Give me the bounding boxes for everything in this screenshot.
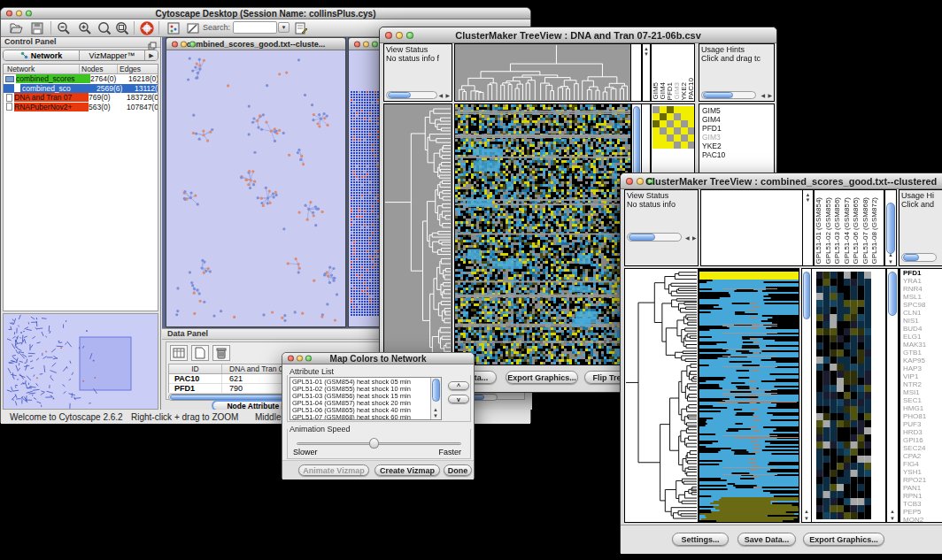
minimize-button[interactable]	[637, 178, 644, 185]
network-overview-canvas[interactable]	[4, 314, 158, 409]
minimize-button[interactable]	[297, 356, 303, 362]
network-canvas[interactable]	[166, 50, 345, 326]
network-row[interactable]: combined_scores2764(0)16218(0)	[4, 74, 158, 84]
tv1-column-dendrogram-panel[interactable]	[454, 43, 631, 102]
scroll-down-arrow[interactable]: ▼	[803, 197, 813, 203]
new-attribute-icon[interactable]	[191, 345, 209, 361]
zoom-button[interactable]	[189, 41, 196, 47]
attribute-list-vscrollbar[interactable]: ▲ ▼	[430, 378, 441, 419]
tv1-zoom-heatmap-canvas[interactable]	[652, 106, 695, 149]
tv2-title-bar[interactable]: ClusterMaker TreeView : combined_scores_…	[621, 173, 942, 189]
tv2-view-status-scrollbar[interactable]	[627, 233, 682, 242]
attribute-listbox[interactable]: GPL51-01 (GSM854) heat shock 05 minGPL51…	[290, 377, 442, 420]
tab-network[interactable]: Network	[4, 50, 80, 60]
close-button[interactable]	[354, 41, 360, 47]
done-button[interactable]: Done	[444, 464, 472, 476]
network-row[interactable]: RNAPuberNov2+563(0)107847(0)	[4, 103, 158, 112]
scroll-left-arrow[interactable]: ◀	[761, 93, 765, 98]
tv2-button-save-data-[interactable]: Save Data...	[737, 533, 796, 546]
scroll-down-arrow[interactable]: ▼	[804, 516, 809, 521]
main-title-bar[interactable]: Cytoscape Desktop (Session Name: collins…	[1, 8, 530, 19]
network-row[interactable]: combined_sco2569(6)13112(15)	[4, 84, 158, 94]
tv1-heatmap-canvas[interactable]	[455, 104, 630, 364]
tv2-labels-vscrollbar[interactable]: ▲ ▼	[884, 189, 897, 266]
tv1-row-dendrogram-canvas[interactable]	[384, 104, 452, 364]
search-dropdown-button[interactable]: ▼	[278, 22, 290, 33]
annotation-icon[interactable]	[185, 21, 201, 35]
attribute-list-item[interactable]: GPL51-01 (GSM854) heat shock 05 min	[290, 379, 441, 386]
move-up-button[interactable]: ^	[448, 381, 469, 390]
attribute-list-item[interactable]: GPL51-04 (GSM857) heat shock 20 min	[290, 400, 441, 407]
dialog-title-bar[interactable]: Map Colors to Network	[282, 353, 474, 364]
delete-attribute-trash-icon[interactable]	[212, 345, 230, 361]
search-input[interactable]	[233, 21, 277, 34]
attribute-editor-icon[interactable]	[293, 21, 309, 35]
tv2-usage-hints-scrollbar[interactable]	[901, 253, 937, 262]
zoom-button[interactable]	[406, 32, 413, 39]
animate-vizmap-button[interactable]: Animate Vizmap	[298, 464, 369, 476]
scroll-left-arrow[interactable]: ◀	[438, 93, 443, 98]
close-button[interactable]	[626, 178, 633, 185]
animation-speed-slider-track[interactable]	[297, 442, 461, 445]
birdseye-view-icon[interactable]	[166, 21, 181, 35]
tv2-column-dendrogram-panel[interactable]	[700, 189, 803, 266]
minimize-button[interactable]	[363, 41, 369, 47]
zoom-button[interactable]	[26, 11, 32, 17]
close-button[interactable]	[385, 32, 392, 39]
scroll-down-arrow[interactable]: ▼	[888, 259, 893, 265]
tv2-zoom-heatmap-canvas[interactable]	[816, 272, 871, 519]
minimize-button[interactable]	[16, 11, 22, 17]
network-row[interactable]: DNA and Tran 07769(0)183728(0)	[4, 93, 158, 103]
tv2-zoom-vscrollbar[interactable]: ▲ ▼	[886, 268, 899, 523]
zoom-button[interactable]	[305, 356, 312, 362]
help-lifesaver-icon[interactable]	[139, 21, 155, 35]
close-button[interactable]	[172, 41, 178, 47]
tv2-button-settings-[interactable]: Settings...	[672, 533, 729, 546]
tv1-column-dendrogram-canvas[interactable]	[455, 44, 630, 101]
scroll-right-arrow[interactable]: ▶	[768, 93, 772, 98]
col-id[interactable]: ID	[169, 364, 222, 373]
scroll-up-arrow[interactable]: ▲	[804, 509, 809, 514]
tab-overflow-button[interactable]: ▶	[145, 50, 158, 60]
tv1-row-dendrogram-panel[interactable]	[383, 104, 452, 365]
scroll-down-arrow[interactable]: ▼	[643, 51, 650, 57]
col-edges[interactable]: Edges	[118, 65, 158, 73]
attribute-list-item[interactable]: GPL51-07 (GSM868) heat shock 60 min	[290, 414, 441, 420]
zoom-fit-icon[interactable]	[114, 21, 130, 35]
save-button[interactable]	[29, 21, 45, 35]
tv1-title-bar[interactable]: ClusterMaker TreeView : DNA and Tran 07-…	[380, 27, 776, 43]
scroll-down-arrow[interactable]: ▼	[433, 413, 438, 418]
minimize-button[interactable]	[181, 41, 187, 47]
tv2-heatmap-canvas[interactable]	[699, 269, 799, 522]
scroll-up-arrow[interactable]: ▲	[433, 407, 438, 412]
zoom-selected-icon[interactable]	[97, 21, 112, 35]
network-overview-panel[interactable]	[3, 313, 158, 410]
zoom-out-icon[interactable]	[56, 21, 72, 35]
attribute-list-item[interactable]: GPL51-06 (GSM865) heat shock 40 min	[290, 407, 441, 414]
select-attributes-icon[interactable]	[170, 345, 188, 361]
attribute-list-item[interactable]: GPL51-02 (GSM855) heat shock 10 min	[290, 386, 441, 393]
tv2-heatmap-panel[interactable]	[699, 268, 799, 523]
scroll-right-arrow[interactable]: ▶	[692, 235, 697, 241]
scroll-up-arrow[interactable]: ▲	[890, 509, 895, 514]
animation-speed-slider-thumb[interactable]	[369, 438, 379, 449]
zoom-button[interactable]	[372, 41, 378, 47]
tv1-heatmap-panel[interactable]	[454, 104, 631, 365]
tv2-row-dendrogram-panel[interactable]	[624, 268, 699, 523]
close-button[interactable]	[288, 356, 294, 362]
tv1-button-export-graphics-[interactable]: Export Graphics...	[506, 371, 578, 384]
scroll-right-arrow[interactable]: ▶	[445, 93, 450, 98]
tv1-view-status-scrollbar[interactable]	[386, 91, 437, 99]
col-network[interactable]: Network	[4, 65, 80, 73]
move-down-button[interactable]: v	[448, 395, 469, 403]
open-file-button[interactable]	[8, 21, 24, 35]
attribute-list-item[interactable]: GPL51-03 (GSM856) heat shock 15 min	[290, 393, 441, 400]
zoom-in-icon[interactable]	[77, 21, 93, 35]
tv2-row-dendrogram-canvas[interactable]	[625, 269, 698, 522]
network-window-title-bar[interactable]: combined_scores_good.txt--cluste...	[166, 38, 345, 50]
tv1-usage-hints-scrollbar[interactable]	[701, 91, 756, 99]
tv2-button-export-graphics-[interactable]: Export Graphics...	[803, 533, 884, 546]
create-vizmap-button[interactable]: Create Vizmap	[374, 464, 440, 476]
col-nodes[interactable]: Nodes	[80, 65, 118, 73]
tab-vizmapper[interactable]: VizMapper™	[80, 50, 145, 60]
